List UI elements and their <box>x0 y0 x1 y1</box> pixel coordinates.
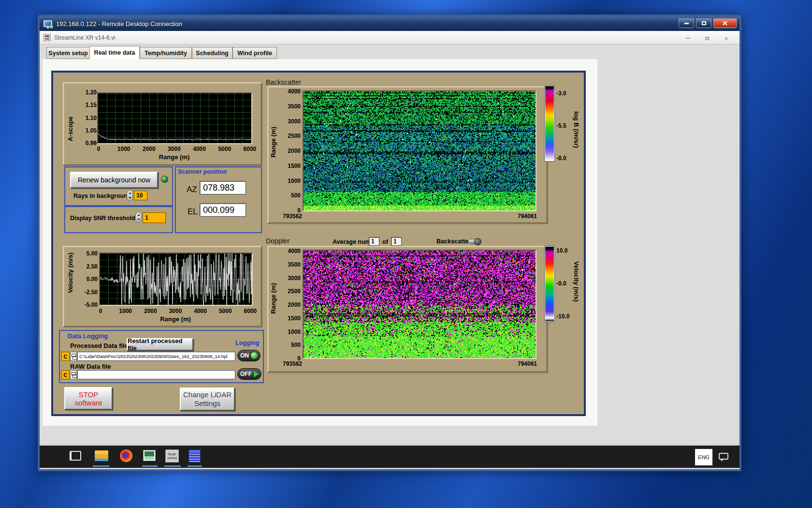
backscatter-plot <box>303 90 536 211</box>
backscatter-x-first: 793562 <box>283 213 302 219</box>
raw-path-field[interactable] <box>77 370 235 379</box>
firefox-icon[interactable] <box>120 449 132 462</box>
app-restore-button[interactable] <box>700 34 714 43</box>
doppler-title: Doppler <box>266 237 290 245</box>
tab-wind-profile[interactable]: Wind profile <box>232 47 277 59</box>
snr-threshold-label: Display SNR threshold <box>70 215 135 222</box>
average-number-field[interactable]: 1 <box>369 237 379 246</box>
desktop: 192.168.0.122 - Remote Desktop Connectio… <box>0 0 812 508</box>
backscatter-colorbar[interactable] <box>544 85 555 162</box>
ascope-x-axis-label: Range (m) <box>98 153 251 161</box>
velocity-y-ticks: 5.002.500.00-2.50-5.00 <box>75 251 98 308</box>
logging-off-led <box>254 371 259 377</box>
close-icon: ✕ <box>722 19 728 27</box>
of-label: of <box>382 239 388 245</box>
open-app-underline <box>93 465 109 467</box>
renew-background-led <box>161 176 168 183</box>
raw-browse-icon[interactable] <box>70 370 77 379</box>
ascope-plot <box>97 92 252 144</box>
az-value-field: 078.983 <box>200 181 246 194</box>
logging-on-led <box>251 352 258 359</box>
velocity-plot <box>99 253 253 306</box>
backscatter-y-axis-label: Range (m) <box>270 127 277 158</box>
remote-desktop-icon <box>44 20 52 27</box>
ascope-y-axis-label: A-scope <box>67 97 74 141</box>
processed-browse-icon[interactable] <box>70 352 77 361</box>
tab-temp-humidity[interactable]: Temp/humidity <box>140 47 192 59</box>
ascope-x-ticks: 0100020003000400050006000 <box>90 146 258 152</box>
rdp-titlebar[interactable]: 192.168.0.122 - Remote Desktop Connectio… <box>40 16 740 31</box>
slider-knob <box>474 238 481 245</box>
app-close-button[interactable]: × <box>719 34 734 43</box>
el-label: EL <box>188 207 198 217</box>
processed-path-field[interactable] <box>77 352 235 361</box>
processed-drive-button[interactable]: C <box>61 352 70 361</box>
blue-striped-document-icon[interactable] <box>188 449 201 463</box>
open-app-underline <box>164 465 181 467</box>
rays-in-background-label: Rays in background <box>73 193 131 199</box>
doppler-x-last: 794061 <box>518 361 537 367</box>
raw-logging-toggle[interactable]: OFF <box>237 368 261 380</box>
tab-scheduling[interactable]: Scheduling <box>192 47 232 59</box>
doppler-x-first: 793562 <box>283 361 302 367</box>
maximize-button[interactable] <box>696 18 711 28</box>
rays-spinner[interactable] <box>127 190 133 201</box>
open-app-underline <box>142 465 158 467</box>
app-minimize-button[interactable] <box>681 34 695 43</box>
scan-scheduler-icon[interactable]: Scan sched <box>165 449 179 463</box>
app-minimize-icon <box>686 38 690 39</box>
doppler-y-ticks: 40003500300025002000150010005000 <box>278 248 301 361</box>
file-explorer-icon[interactable] <box>95 450 108 461</box>
tab-real-time-data[interactable]: Real time data <box>89 46 140 59</box>
stop-software-button[interactable]: STOP software <box>64 387 113 410</box>
streamline-app-icon[interactable] <box>143 450 156 461</box>
vi-app-icon <box>44 34 51 41</box>
raw-drive-button[interactable]: C <box>61 370 70 379</box>
average-total-field[interactable]: 1 <box>391 237 402 246</box>
spinner-down-icon <box>129 197 131 199</box>
velocity-x-ticks: 0100020003000400050006000 <box>92 308 259 314</box>
open-app-underline <box>188 465 202 467</box>
backscatter-colorbar-label: log B (/m/sr) <box>573 111 580 148</box>
close-button[interactable]: ✕ <box>713 18 737 28</box>
doppler-x-labels: 793562 794061 <box>283 361 537 367</box>
scanner-position-title: Scanner position <box>178 168 227 175</box>
tab-system-setup[interactable]: System setup <box>46 47 90 59</box>
feedback-chat-icon[interactable] <box>719 453 728 460</box>
raw-data-file-label: RAW Data file <box>70 363 111 370</box>
backscatter-x-last: 794061 <box>518 213 537 219</box>
backscatter-colorbar-ticks: -3.0-5.5-8.0 <box>556 90 574 161</box>
doppler-colorbar-gradient <box>545 247 554 321</box>
app-close-icon: × <box>725 34 729 43</box>
spinner-down-icon <box>137 219 140 221</box>
backscatter-toggle-slider[interactable] <box>468 239 480 244</box>
app-titlebar[interactable]: StreamLine XR v14-6.vi <box>40 31 740 45</box>
doppler-colorbar[interactable] <box>544 246 555 322</box>
snr-value-field[interactable]: 1 <box>143 212 166 223</box>
velocity-plot-canvas <box>100 254 252 305</box>
spinner-up-icon <box>129 192 131 194</box>
renew-background-button[interactable]: Renew background now <box>70 172 158 188</box>
logging-label: Logging <box>235 340 259 346</box>
rdp-window-title: 192.168.0.122 - Remote Desktop Connectio… <box>56 20 182 28</box>
snr-spinner[interactable] <box>135 212 142 223</box>
minimize-button[interactable] <box>679 18 694 28</box>
backscatter-toggle-label: Backscatter <box>436 238 471 245</box>
el-value-field: 000.099 <box>200 203 246 217</box>
restart-processed-file-button[interactable]: Restart processed file <box>127 338 193 351</box>
scanner-position-group <box>175 166 262 233</box>
ascope-plot-canvas <box>98 93 251 143</box>
rays-value-field[interactable]: 10 <box>134 191 147 200</box>
language-indicator[interactable]: ENG <box>695 449 712 465</box>
az-label: AZ <box>187 185 197 194</box>
change-lidar-settings-button[interactable]: Change LiDAR Settings <box>180 388 235 411</box>
task-view-icon[interactable] <box>70 451 81 461</box>
maximize-icon <box>702 21 706 25</box>
app-restore-icon <box>705 37 709 40</box>
processed-logging-toggle[interactable]: ON <box>237 350 261 361</box>
velocity-x-axis-label: Range (m) <box>100 315 251 323</box>
backscatter-title: Backscatter <box>266 78 301 86</box>
ascope-y-ticks: 1.201.151.101.050.99 <box>76 90 97 146</box>
velocity-y-axis-label: Velocity (m/s) <box>67 253 74 293</box>
backscatter-plot-canvas <box>304 91 536 210</box>
